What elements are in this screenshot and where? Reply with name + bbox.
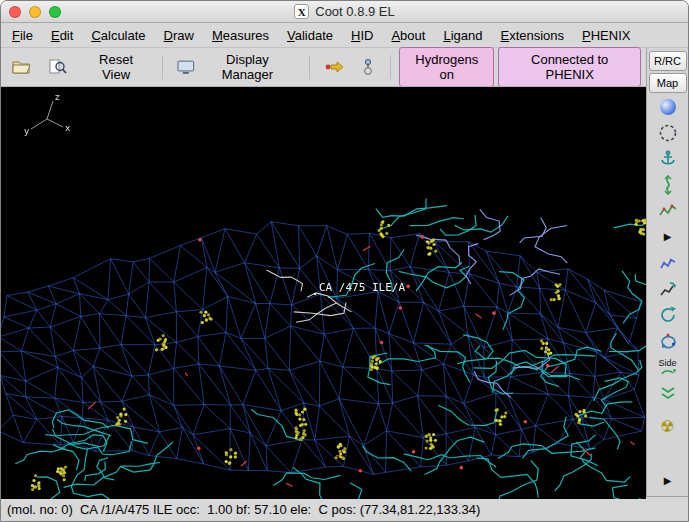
radiation-icon: ☢ — [660, 419, 674, 435]
wavy-arrow-icon — [658, 175, 678, 195]
rotamers-button[interactable] — [651, 250, 685, 276]
open-coordinates-button[interactable] — [6, 55, 38, 79]
display-manager-button[interactable]: Display Manager — [171, 48, 301, 86]
toolbar-separator — [390, 55, 391, 79]
map-label: Map — [657, 77, 678, 89]
rrc-label: R/RC — [654, 55, 681, 67]
double-chevron-icon — [658, 383, 678, 403]
play-arrow-icon: ▶ — [664, 476, 672, 486]
magnifier-icon — [48, 59, 68, 75]
rotate-translate-button[interactable] — [651, 172, 685, 198]
traffic-lights — [9, 6, 61, 18]
edit-chi-angles-button[interactable] — [651, 276, 685, 302]
reset-view-button[interactable]: Reset View — [78, 48, 154, 86]
x11-logo-icon: X — [294, 4, 309, 19]
menu-bar: File Edit Calculate Draw Measures Valida… — [1, 23, 688, 48]
window-title: Coot 0.8.9 EL — [315, 4, 395, 19]
menu-draw-label: Draw — [164, 28, 194, 43]
title-center: X Coot 0.8.9 EL — [1, 1, 688, 22]
content-row: Reset View Display Manager — [1, 48, 688, 496]
molecule-icon — [360, 58, 376, 76]
auto-fit-rotamer-button[interactable] — [651, 198, 685, 224]
phenix-connection-label: Connected to PHENIX — [506, 52, 633, 82]
more-tools-button[interactable]: ▶ — [651, 224, 685, 250]
menu-file[interactable]: File — [3, 23, 42, 47]
menu-calculate[interactable]: Calculate — [82, 23, 154, 47]
display-icon — [177, 60, 195, 75]
close-button[interactable] — [9, 6, 21, 18]
display-manager-label: Display Manager — [200, 52, 295, 82]
menu-hid-label: HID — [351, 28, 373, 43]
menu-ligand-label: Ligand — [443, 28, 482, 43]
status-text: (mol. no: 0) CA /1/A/475 ILE occ: 1.00 b… — [7, 502, 480, 517]
zoom-button[interactable] — [49, 6, 61, 18]
modelling-toolbar: R/RC Map — [646, 48, 688, 496]
menu-measures-label: Measures — [212, 28, 269, 43]
blue-zigzag-icon — [658, 253, 678, 273]
small-flip-arrow-icon — [660, 368, 676, 376]
mutate-button[interactable]: ☢ — [651, 414, 685, 440]
menu-hid[interactable]: HID — [342, 23, 382, 47]
menu-edit[interactable]: Edit — [42, 23, 82, 47]
menu-phenix[interactable]: PHENIX — [573, 23, 639, 47]
reset-view-label: Reset View — [84, 52, 148, 82]
left-column: Reset View Display Manager — [1, 48, 646, 496]
flip-peptide-button[interactable] — [651, 328, 685, 354]
menu-phenix-label: PHENIX — [582, 28, 630, 43]
title-bar[interactable]: X Coot 0.8.9 EL — [1, 1, 688, 23]
atom-info-button[interactable] — [354, 54, 382, 80]
anchor-icon — [658, 149, 678, 169]
torsion-general-button[interactable] — [651, 302, 685, 328]
play-arrow-icon: ▶ — [664, 232, 672, 242]
menu-validate-label: Validate — [287, 28, 333, 43]
menu-edit-label: Edit — [51, 28, 73, 43]
chi-zigzag-arrow-icon — [658, 279, 678, 299]
hydrogens-toggle[interactable]: Hydrogens on — [399, 47, 494, 87]
minimize-button[interactable] — [29, 6, 41, 18]
toolbar-separator — [162, 55, 163, 79]
refine-sphere-icon — [658, 97, 678, 117]
green-zigzag-icon — [658, 201, 678, 221]
add-terminal-residue-button[interactable] — [651, 380, 685, 406]
go-to-atom-button[interactable] — [318, 55, 350, 79]
menu-validate[interactable]: Validate — [278, 23, 342, 47]
main-toolbar: Reset View Display Manager — [1, 48, 646, 86]
menu-calculate-label: Calculate — [91, 28, 145, 43]
status-bar: (mol. no: 0) CA /1/A/475 ILE occ: 1.00 b… — [1, 496, 688, 521]
rigid-body-fit-button[interactable] — [651, 146, 685, 172]
go-to-atom-icon — [324, 59, 344, 75]
folder-open-icon — [12, 59, 32, 75]
toolbar-separator — [309, 55, 310, 79]
side-chain-180-flip-button[interactable]: Side — [651, 354, 685, 380]
menu-about[interactable]: About — [382, 23, 434, 47]
map-select-button[interactable]: Map — [649, 73, 687, 93]
circular-arrow-icon — [658, 305, 678, 325]
flip-arrow-icon — [658, 331, 678, 351]
menu-ligand[interactable]: Ligand — [434, 23, 491, 47]
menu-about-label: About — [391, 28, 425, 43]
viewport-canvas[interactable] — [1, 87, 646, 499]
side-chain-flip-label: Side — [658, 359, 676, 368]
menu-draw[interactable]: Draw — [155, 23, 203, 47]
coot-window: X Coot 0.8.9 EL File Edit Calculate Draw… — [0, 0, 689, 522]
menu-extensions[interactable]: Extensions — [491, 23, 573, 47]
phenix-connection-button[interactable]: Connected to PHENIX — [498, 47, 641, 87]
dashed-circle-icon — [658, 123, 678, 143]
hydrogens-toggle-label: Hydrogens on — [407, 52, 486, 82]
regularize-zone-button[interactable] — [651, 120, 685, 146]
viewport — [1, 86, 646, 496]
toolbar-overflow-button[interactable]: ▶ — [651, 468, 685, 494]
menu-extensions-label: Extensions — [500, 28, 564, 43]
search-model-button[interactable] — [42, 55, 74, 79]
menu-measures[interactable]: Measures — [203, 23, 278, 47]
real-space-refine-button[interactable] — [651, 94, 685, 120]
refine-regularize-control-button[interactable]: R/RC — [649, 51, 687, 71]
menu-file-label: File — [12, 28, 33, 43]
